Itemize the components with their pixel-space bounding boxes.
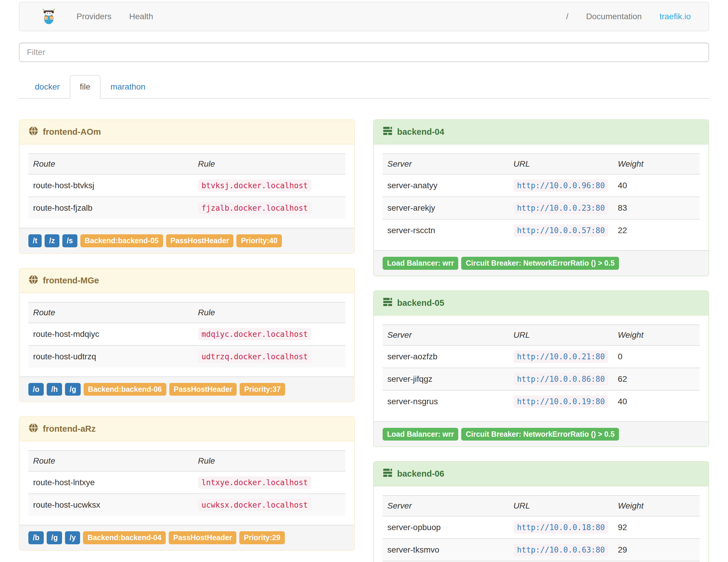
frontend-card: frontend-MGeRouteRuleroute-host-mdqiycmd… [19, 268, 355, 402]
server-name: server-jifqgz [383, 368, 509, 390]
frontend-config-badge: Priority:40 [236, 234, 282, 247]
frontend-card: frontend-AOmRouteRuleroute-host-btvksjbt… [19, 119, 355, 254]
frontend-card-footer: /t/z/sBackend:backend-05PassHostHeaderPr… [19, 228, 354, 253]
frontend-config-badge: PassHostHeader [169, 531, 236, 544]
server-url-link[interactable]: http://10.0.0.57:80 [513, 224, 608, 237]
server-url-link[interactable]: http://10.0.0.86:80 [513, 373, 608, 385]
server-url-link[interactable]: http://10.0.0.18:80 [513, 521, 608, 534]
url-column-header: URL [509, 325, 613, 345]
frontend-config-badge: Backend:backend-06 [84, 383, 166, 396]
rule-code: udtrzq.docker.localhost [198, 350, 311, 363]
server-row: server-rscctnhttp://10.0.0.57:8022 [383, 219, 700, 241]
backend-config-badge: Load Balancer: wrr [383, 257, 458, 270]
rule-cell: btvksj.docker.localhost [193, 174, 345, 197]
table-header: ServerURLWeight [383, 154, 700, 174]
server-url-link[interactable]: http://10.0.0.96:80 [513, 179, 608, 192]
nav-documentation-link[interactable]: Documentation [577, 12, 651, 21]
server-url-cell: http://10.0.0.63:80 [509, 539, 613, 561]
server-url-link[interactable]: http://10.0.0.21:80 [513, 350, 608, 363]
server-name: server-aozfzb [383, 345, 509, 368]
backend-card: backend-04ServerURLWeightserver-anatyyht… [373, 119, 709, 276]
tasks-icon [383, 297, 393, 309]
route-column-header: Route [28, 154, 193, 174]
filter-bar [19, 43, 709, 62]
server-name: server-nsgrus [383, 390, 509, 412]
filter-input[interactable] [19, 43, 709, 62]
route-name: route-host-btvksj [28, 174, 193, 197]
table-header: ServerURLWeight [383, 325, 700, 345]
server-column-header: Server [383, 496, 509, 516]
route-name: route-host-mdqiyc [28, 323, 193, 345]
server-url-link[interactable]: http://10.0.0.63:80 [513, 544, 608, 556]
backend-card: backend-05ServerURLWeightserver-aozfzbht… [373, 290, 709, 447]
server-row: server-opbuophttp://10.0.0.18:8092 [383, 516, 700, 539]
backend-card-title: backend-06 [397, 469, 444, 479]
rule-column-header: Rule [193, 451, 345, 471]
backend-card-body: ServerURLWeightserver-opbuophttp://10.0.… [374, 486, 709, 562]
servers-table: ServerURLWeightserver-opbuophttp://10.0.… [383, 495, 700, 562]
url-column-header: URL [509, 496, 613, 516]
frontend-card-footer: /o/h/gBackend:backend-06PassHostHeaderPr… [19, 376, 354, 402]
rule-cell: lntxye.docker.localhost [193, 471, 345, 494]
route-name: route-host-ucwksx [28, 494, 193, 516]
nav-slash-link[interactable]: / [557, 12, 577, 21]
routes-table: RouteRuleroute-host-mdqiycmdqiyc.docker.… [28, 302, 345, 368]
rule-cell: udtrzq.docker.localhost [193, 345, 345, 368]
servers-table: ServerURLWeightserver-aozfzbhttp://10.0.… [383, 324, 700, 412]
traefik-logo-icon[interactable] [42, 9, 56, 25]
tab-file[interactable]: file [70, 75, 100, 99]
weight-column-header: Weight [613, 325, 700, 345]
entrypoint-badge: /g [65, 383, 80, 396]
backend-card-title: backend-05 [397, 298, 444, 308]
rule-cell: fjzalb.docker.localhost [193, 197, 345, 219]
table-header: RouteRule [28, 154, 345, 174]
route-row: route-host-btvksjbtvksj.docker.localhost [28, 174, 345, 197]
backend-card-body: ServerURLWeightserver-anatyyhttp://10.0.… [374, 144, 709, 250]
backend-card-header: backend-06 [374, 462, 709, 486]
tab-marathon[interactable]: marathon [100, 75, 155, 99]
backend-card-header: backend-04 [374, 120, 709, 144]
weight-column-header: Weight [613, 496, 700, 516]
url-column-header: URL [509, 154, 613, 174]
route-name: route-host-udtrzq [28, 345, 193, 368]
server-row: server-tksmvohttp://10.0.0.63:8029 [383, 539, 700, 561]
frontend-config-badge: Backend:backend-05 [80, 234, 163, 247]
content-row: frontend-AOmRouteRuleroute-host-btvksjbt… [19, 119, 709, 562]
route-column-header: Route [28, 302, 193, 323]
route-row: route-host-mdqiycmdqiyc.docker.localhost [28, 323, 345, 345]
frontend-card-header: frontend-MGe [19, 269, 354, 293]
rule-column-header: Rule [193, 302, 345, 323]
backend-card-footer: Load Balancer: wrrCircuit Breaker: Netwo… [374, 421, 709, 447]
route-row: route-host-fjzalbfjzalb.docker.localhost [28, 197, 345, 219]
backend-card: backend-06ServerURLWeightserver-opbuopht… [373, 461, 709, 562]
rule-cell: mdqiyc.docker.localhost [193, 323, 345, 345]
frontend-config-badge: Backend:backend-04 [83, 531, 166, 544]
frontend-config-badge: Priority:29 [239, 531, 285, 544]
server-url-cell: http://10.0.0.19:80 [509, 390, 613, 412]
nav-providers-link[interactable]: Providers [68, 12, 120, 21]
tab-docker[interactable]: docker [25, 75, 70, 99]
server-url-link[interactable]: http://10.0.0.23:80 [513, 202, 608, 214]
entrypoint-badge: /g [47, 531, 62, 544]
server-row: server-nsgrushttp://10.0.0.19:8040 [383, 390, 700, 412]
routes-table: RouteRuleroute-host-btvksjbtvksj.docker.… [28, 153, 345, 219]
globe-icon [28, 423, 38, 435]
globe-icon [28, 126, 38, 138]
backend-card-body: ServerURLWeightserver-aozfzbhttp://10.0.… [374, 316, 709, 421]
backends-column: backend-04ServerURLWeightserver-anatyyht… [373, 119, 709, 562]
backend-card-header: backend-05 [374, 291, 709, 316]
server-row: server-aozfzbhttp://10.0.0.21:800 [383, 345, 700, 368]
server-url-cell: http://10.0.0.23:80 [509, 197, 613, 219]
server-url-cell: http://10.0.0.21:80 [509, 345, 613, 368]
rule-code: btvksj.docker.localhost [198, 179, 311, 192]
server-row: server-arekjyhttp://10.0.0.23:8083 [383, 197, 700, 219]
nav-health-link[interactable]: Health [120, 12, 162, 21]
route-name: route-host-fjzalb [28, 197, 193, 219]
rule-column-header: Rule [193, 154, 345, 174]
frontend-config-badge: PassHostHeader [169, 383, 237, 396]
server-weight: 92 [613, 516, 700, 539]
server-url-link[interactable]: http://10.0.0.19:80 [513, 395, 608, 408]
server-weight: 29 [613, 539, 700, 561]
nav-traefik-io-link[interactable]: traefik.io [651, 12, 700, 21]
entrypoint-badge: /z [45, 234, 59, 247]
